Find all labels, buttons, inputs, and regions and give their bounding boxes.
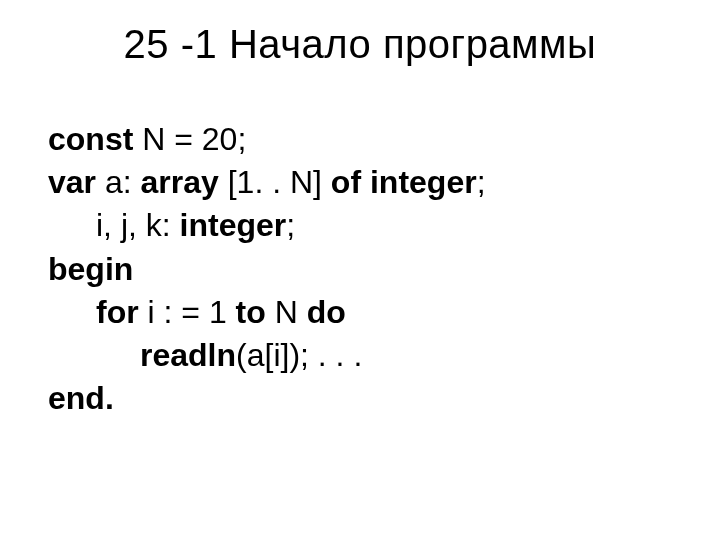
code-line-7: end.: [48, 377, 672, 420]
text: N = 20;: [133, 121, 246, 157]
kw-readln: readln: [140, 337, 236, 373]
code-line-4: begin: [48, 248, 672, 291]
text: ;: [286, 207, 295, 243]
kw-for: for: [96, 294, 139, 330]
text: (a[i]); . . .: [236, 337, 362, 373]
code-block: const N = 20; var a: array [1. . N] of i…: [48, 118, 672, 420]
text: [1. . N]: [219, 164, 331, 200]
kw-begin: begin: [48, 251, 133, 287]
text: a:: [96, 164, 140, 200]
kw-do: do: [307, 294, 346, 330]
text: ;: [477, 164, 486, 200]
code-line-2: var a: array [1. . N] of integer;: [48, 161, 672, 204]
kw-var: var: [48, 164, 96, 200]
code-line-5: for i : = 1 to N do: [48, 291, 672, 334]
kw-end: end.: [48, 380, 114, 416]
kw-array: array: [141, 164, 219, 200]
kw-integer: integer: [180, 207, 287, 243]
code-line-1: const N = 20;: [48, 118, 672, 161]
code-line-3: i, j, k: integer;: [48, 204, 672, 247]
slide-title: 25 -1 Начало программы: [0, 22, 720, 67]
text: i : = 1: [139, 294, 236, 330]
slide: 25 -1 Начало программы const N = 20; var…: [0, 0, 720, 540]
text: i, j, k:: [96, 207, 180, 243]
code-line-6: readln(a[i]); . . .: [48, 334, 672, 377]
kw-const: const: [48, 121, 133, 157]
kw-of-integer: of integer: [331, 164, 477, 200]
text: N: [266, 294, 307, 330]
kw-to: to: [236, 294, 266, 330]
